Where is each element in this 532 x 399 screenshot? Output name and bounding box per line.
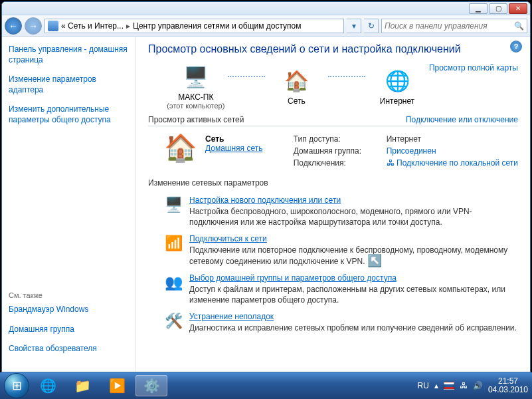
task-connect: 📶 Подключиться к сети Подключение или по…: [164, 234, 518, 266]
change-settings-section: Изменение сетевых параметров 🖥️ Настройк…: [148, 178, 518, 333]
task-connect-link[interactable]: Подключиться к сети: [189, 234, 267, 243]
node-internet: 🌐 Интернет: [365, 67, 429, 106]
system-tray: RU ▴ 🖧 🔊 21:57 04.03.2010: [418, 377, 528, 394]
task-troubleshoot-link[interactable]: Устранение неполадок: [189, 312, 274, 321]
network-tray-icon[interactable]: 🖧: [460, 381, 468, 390]
map-line: [328, 76, 365, 77]
network-type-link[interactable]: Домашняя сеть: [205, 144, 262, 153]
task-homegroup: 👥 Выбор домашней группы и параметров общ…: [164, 273, 518, 305]
task-connect-desc: Подключение или повторное подключение к …: [189, 245, 518, 266]
navbar: ← → « Сеть и Интер... ▸ Центр управления…: [2, 15, 530, 37]
sidebar: Панель управления - домашняя страница Из…: [2, 37, 136, 372]
language-indicator[interactable]: RU: [418, 381, 429, 390]
back-button[interactable]: ←: [5, 17, 22, 35]
active-network-row: 🏠 Сеть Домашняя сеть Тип доступа: Интерн…: [148, 130, 518, 172]
map-line: [228, 76, 265, 77]
network-properties: Тип доступа: Интернет Домашняя группа: П…: [294, 134, 518, 168]
maximize-button[interactable]: ▢: [489, 3, 507, 14]
task-new-connection: 🖥️ Настройка нового подключения или сети…: [164, 196, 518, 227]
troubleshoot-icon: 🛠️: [164, 312, 183, 331]
task-troubleshoot-desc: Диагностика и исправление сетевых пробле…: [189, 323, 517, 333]
node-internet-label: Интернет: [365, 96, 429, 106]
sidebar-homegroup-link[interactable]: Домашняя группа: [9, 325, 129, 335]
clock[interactable]: 21:57 04.03.2010: [488, 377, 528, 394]
change-settings-label: Изменение сетевых параметров: [148, 178, 268, 188]
taskbar-media-icon[interactable]: ▶️: [101, 375, 133, 396]
active-networks-header: Просмотр активных сетей Подключение или …: [148, 115, 518, 126]
homegroup-icon: 👥: [164, 273, 183, 292]
page-title: Просмотр основных сведений о сети и наст…: [148, 43, 518, 55]
breadcrumb-2[interactable]: Центр управления сетями и общим доступом: [133, 21, 302, 31]
node-pc: 🖥️ МАКС-ПК (этот компьютер): [164, 63, 228, 110]
forward-button[interactable]: →: [25, 17, 42, 35]
network-map: 🖥️ МАКС-ПК (этот компьютер) 🏠 Сеть 🌐 Инт…: [164, 63, 429, 110]
start-button[interactable]: ⊞: [4, 373, 29, 398]
connect-icon: 📶: [164, 234, 183, 253]
active-networks-label: Просмотр активных сетей: [148, 115, 244, 124]
network-info: Сеть Домашняя сеть: [205, 134, 262, 168]
search-box[interactable]: 🔍: [381, 19, 527, 33]
volume-icon[interactable]: 🔊: [473, 381, 483, 390]
main-panel: ? Просмотр основных сведений о сети и на…: [136, 37, 530, 372]
node-pc-sublabel: (этот компьютер): [164, 102, 228, 110]
full-map-link[interactable]: Просмотр полной карты: [429, 63, 518, 72]
taskbar-explorer-icon[interactable]: 📁: [66, 375, 98, 396]
computer-icon: 🖥️: [183, 63, 209, 90]
help-icon[interactable]: ?: [510, 41, 522, 53]
house-icon: 🏠: [164, 134, 196, 166]
content: Панель управления - домашняя страница Из…: [2, 37, 530, 372]
flag-icon[interactable]: [444, 382, 454, 390]
homegroup-label: Домашняя группа:: [294, 146, 387, 156]
taskbar-control-panel-icon[interactable]: ⚙️: [135, 375, 167, 396]
homegroup-link[interactable]: Присоединен: [387, 146, 436, 156]
clock-date: 04.03.2010: [488, 386, 528, 394]
search-input[interactable]: [385, 21, 514, 31]
chevron-right-icon[interactable]: ▸: [126, 21, 130, 31]
node-network-label: Сеть: [265, 96, 329, 106]
lan-icon: 🖧: [387, 158, 395, 168]
sidebar-home-link[interactable]: Панель управления - домашняя страница: [9, 45, 129, 65]
titlebar: ▁ ▢ ✕: [2, 2, 530, 15]
task-homegroup-desc: Доступ к файлам и принтерам, расположенн…: [189, 284, 518, 305]
window: ▁ ▢ ✕ ← → « Сеть и Интер... ▸ Центр упра…: [1, 1, 531, 372]
task-troubleshoot: 🛠️ Устранение неполадок Диагностика и ис…: [164, 312, 518, 333]
control-panel-icon: [48, 21, 58, 31]
task-homegroup-link[interactable]: Выбор домашней группы и параметров общег…: [189, 273, 397, 283]
globe-icon: 🌐: [384, 67, 410, 94]
minimize-button[interactable]: ▁: [469, 3, 488, 14]
dropdown-button[interactable]: ▾: [347, 19, 361, 33]
new-connection-icon: 🖥️: [164, 196, 183, 214]
sidebar-inetopts-link[interactable]: Свойства обозревателя: [9, 344, 129, 354]
sidebar-adapter-link[interactable]: Изменение параметров адаптера: [9, 74, 129, 95]
connect-disconnect-link[interactable]: Подключение или отключение: [406, 115, 518, 124]
taskbar-ie-icon[interactable]: 🌐: [32, 375, 64, 396]
sidebar-sharing-link[interactable]: Изменить дополнительные параметры общего…: [9, 104, 129, 125]
task-new-connection-desc: Настройка беспроводного, широкополосного…: [189, 206, 518, 227]
sidebar-firewall-link[interactable]: Брандмауэр Windows: [9, 305, 129, 315]
close-button[interactable]: ✕: [509, 3, 527, 14]
house-icon: 🏠: [283, 67, 310, 94]
connections-label: Подключения:: [294, 158, 387, 168]
address-bar[interactable]: « Сеть и Интер... ▸ Центр управления сет…: [44, 19, 344, 33]
see-also-label: См. также: [9, 291, 129, 299]
tray-chevron-icon[interactable]: ▴: [434, 381, 438, 390]
search-icon[interactable]: 🔍: [514, 21, 524, 31]
node-pc-label: МАКС-ПК: [164, 92, 228, 102]
connection-link[interactable]: Подключение по локальной сети: [397, 158, 518, 168]
breadcrumb-1[interactable]: « Сеть и Интер...: [61, 21, 124, 31]
taskbar: ⊞ 🌐 📁 ▶️ ⚙️ RU ▴ 🖧 🔊 21:57 04.03.2010: [0, 372, 532, 399]
node-network: 🏠 Сеть: [265, 67, 329, 106]
access-type-label: Тип доступа:: [294, 134, 387, 144]
access-type-value: Интернет: [387, 134, 518, 144]
refresh-button[interactable]: ↻: [364, 19, 379, 33]
network-name: Сеть: [205, 134, 262, 144]
task-new-connection-link[interactable]: Настройка нового подключения или сети: [189, 196, 341, 205]
